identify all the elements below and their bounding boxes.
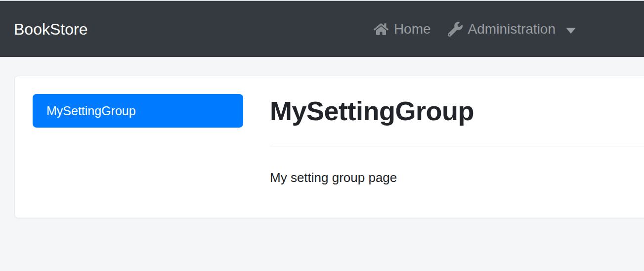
- page-body: MySettingGroup MySettingGroup My setting…: [0, 57, 644, 218]
- page-title: MySettingGroup: [270, 95, 644, 127]
- brand-link[interactable]: BookStore: [14, 21, 87, 37]
- top-navbar: BookStore Home Administration: [0, 1, 644, 57]
- nav-item-administration[interactable]: Administration: [448, 22, 576, 37]
- nav-item-home-label: Home: [394, 22, 431, 36]
- navbar-menu: Home Administration: [374, 22, 576, 37]
- page-description: My setting group page: [270, 170, 644, 186]
- content-divider: [270, 146, 644, 146]
- home-icon: [374, 22, 388, 37]
- wrench-icon: [448, 22, 463, 37]
- settings-content: MySettingGroup My setting group page: [270, 76, 644, 218]
- nav-item-home[interactable]: Home: [374, 22, 431, 37]
- settings-card: MySettingGroup MySettingGroup My setting…: [14, 76, 644, 218]
- caret-down-icon: [566, 28, 576, 34]
- nav-item-administration-label: Administration: [468, 22, 556, 36]
- tab-my-setting-group[interactable]: MySettingGroup: [33, 94, 243, 128]
- settings-tab-list: MySettingGroup: [15, 76, 270, 218]
